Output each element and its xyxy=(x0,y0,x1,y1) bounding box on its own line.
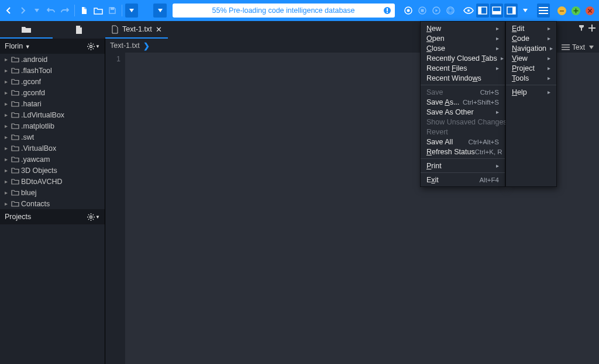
corner-pin-icon[interactable] xyxy=(577,23,586,33)
tree-node[interactable]: ▸.flashTool xyxy=(0,65,105,76)
window-maximize-button[interactable] xyxy=(570,4,583,18)
record-save-button[interactable] xyxy=(444,4,457,18)
menu-item[interactable]: Tools▸ xyxy=(506,73,556,83)
open-folder-button[interactable] xyxy=(92,4,105,18)
tree-node-label: .LdVirtualBox xyxy=(21,111,64,119)
menu-item[interactable]: New▸ xyxy=(421,23,505,33)
caret-icon: ▸ xyxy=(5,178,9,185)
toolbar-dropdown-3[interactable] xyxy=(153,4,166,18)
menu-item[interactable]: Save AllCtrl+Alt+S xyxy=(421,137,505,147)
menu-item[interactable]: Project▸ xyxy=(506,63,556,73)
sidebar-tab-switcher xyxy=(0,21,105,39)
tree-node[interactable]: ▸3D Objects xyxy=(0,165,105,176)
folder-icon xyxy=(11,112,19,118)
record-button[interactable] xyxy=(402,4,415,18)
stop-button[interactable] xyxy=(416,4,429,18)
svg-rect-18 xyxy=(539,7,548,8)
menu-item[interactable]: ExitAlt+F4 xyxy=(421,175,505,185)
caret-icon: ▸ xyxy=(5,123,9,129)
file-tab[interactable]: Text-1.txt ✕ xyxy=(105,21,168,39)
menu-item[interactable]: Navigation▸ xyxy=(506,43,556,53)
menu-item[interactable]: Open▸ xyxy=(421,33,505,43)
pane-left-button[interactable] xyxy=(476,4,489,18)
window-minimize-button[interactable] xyxy=(556,4,569,18)
toolbar-dropdown-2[interactable] xyxy=(125,4,138,18)
tree-node[interactable]: ▸.android xyxy=(0,54,105,65)
folder-icon xyxy=(11,178,19,185)
caret-icon: ▸ xyxy=(5,145,9,151)
menu-item[interactable]: Close▸ xyxy=(421,43,505,53)
folder-icon xyxy=(11,167,19,174)
menu-item[interactable]: Refresh StatusCtrl+K, R xyxy=(421,147,505,157)
folder-icon xyxy=(11,189,19,196)
caret-icon: ▸ xyxy=(5,156,9,162)
tree-node[interactable]: ▸BDtoAVCHD xyxy=(0,176,105,187)
back-button[interactable] xyxy=(2,4,15,18)
folder-icon xyxy=(11,56,19,63)
menu-button[interactable] xyxy=(537,4,550,18)
main-toolbar: 55% Pre-loading code intelligence databa… xyxy=(0,0,599,21)
caret-icon: ▸ xyxy=(5,56,9,63)
forward-button[interactable] xyxy=(16,4,29,18)
tree-node[interactable]: ▸.matplotlib xyxy=(0,120,105,131)
toolbar-dropdown-1[interactable] xyxy=(30,4,43,18)
pane-bottom-button[interactable] xyxy=(490,4,503,18)
rail-dropdown-2[interactable] xyxy=(586,42,597,53)
menu-item[interactable]: Recent Files▸ xyxy=(421,63,505,73)
caret-icon: ▸ xyxy=(5,89,9,96)
tree-node[interactable]: ▸.LdVirtualBox xyxy=(0,109,105,120)
pane-right-button[interactable] xyxy=(504,4,517,18)
caret-icon: ▸ xyxy=(5,112,9,118)
warning-icon[interactable] xyxy=(383,6,391,15)
folder-icon xyxy=(11,100,19,107)
play-button[interactable] xyxy=(430,4,443,18)
tree-node[interactable]: ▸Contacts xyxy=(0,198,105,209)
sidebar-panel-files-header[interactable]: Florin ▼ ▼ xyxy=(0,39,105,54)
file-tree[interactable]: ▸.android▸.flashTool▸.gconf▸.gconfd▸.hat… xyxy=(0,54,105,209)
menu-item[interactable]: Help▸ xyxy=(506,87,556,97)
tree-node[interactable]: ▸bluej xyxy=(0,187,105,198)
pane-dropdown[interactable] xyxy=(519,4,532,18)
new-file-button[interactable] xyxy=(78,4,91,18)
menu-item[interactable]: View▸ xyxy=(506,53,556,63)
svg-rect-3 xyxy=(387,12,388,13)
svg-point-26 xyxy=(90,45,92,47)
preview-button[interactable] xyxy=(462,4,475,18)
tree-node[interactable]: ▸.gconfd xyxy=(0,87,105,98)
sidebar: Florin ▼ ▼ ▸.android▸.flashTool▸.gconf▸.… xyxy=(0,39,105,364)
save-button[interactable] xyxy=(106,4,119,18)
close-tab-button[interactable]: ✕ xyxy=(156,25,162,34)
undo-button[interactable] xyxy=(44,4,57,18)
tree-node[interactable]: ▸.yawcam xyxy=(0,154,105,165)
menu-item[interactable]: Recent Windows xyxy=(421,73,505,83)
tree-node[interactable]: ▸.gconf xyxy=(0,76,105,87)
menu-item[interactable]: Code▸ xyxy=(506,33,556,43)
window-close-button[interactable] xyxy=(584,4,597,18)
svg-point-9 xyxy=(447,7,454,14)
menu-item[interactable]: Recently Closed Tabs▸ xyxy=(421,53,505,63)
menu-item[interactable]: Print▸ xyxy=(421,161,505,171)
menu-item[interactable]: Save As...Ctrl+Shift+S xyxy=(421,97,505,107)
svg-point-5 xyxy=(407,9,409,12)
tree-node[interactable]: ▸.swt xyxy=(0,131,105,143)
sidebar-settings-button[interactable]: ▼ xyxy=(87,43,100,50)
sidebar-tab-files[interactable] xyxy=(0,21,53,39)
tree-node[interactable]: ▸.VirtualBox xyxy=(0,143,105,154)
file-menu[interactable]: New▸Open▸Close▸Recently Closed Tabs▸Rece… xyxy=(420,21,505,187)
redo-button[interactable] xyxy=(58,4,71,18)
svg-rect-28 xyxy=(562,44,570,46)
sidebar-panel-projects-header[interactable]: Projects ▼ xyxy=(0,209,105,224)
sidebar-tab-documents[interactable] xyxy=(53,21,105,39)
projects-settings-button[interactable]: ▼ xyxy=(87,213,100,221)
rail-list-icon[interactable] xyxy=(560,42,571,53)
tree-node[interactable]: ▸.hatari xyxy=(0,98,105,109)
menu-item[interactable]: Save As Other▸ xyxy=(421,107,505,117)
corner-add-button[interactable] xyxy=(587,23,597,33)
top-menu[interactable]: Edit▸Code▸Navigation▸View▸Project▸Tools▸… xyxy=(505,21,557,187)
menu-item[interactable]: Edit▸ xyxy=(506,23,556,33)
rail-text-label[interactable]: Text xyxy=(572,43,585,51)
svg-rect-13 xyxy=(478,7,481,14)
breadcrumb-item[interactable]: Text-1.txt xyxy=(110,41,140,50)
caret-icon: ▸ xyxy=(5,67,9,74)
menu-item: Revert xyxy=(421,127,505,137)
